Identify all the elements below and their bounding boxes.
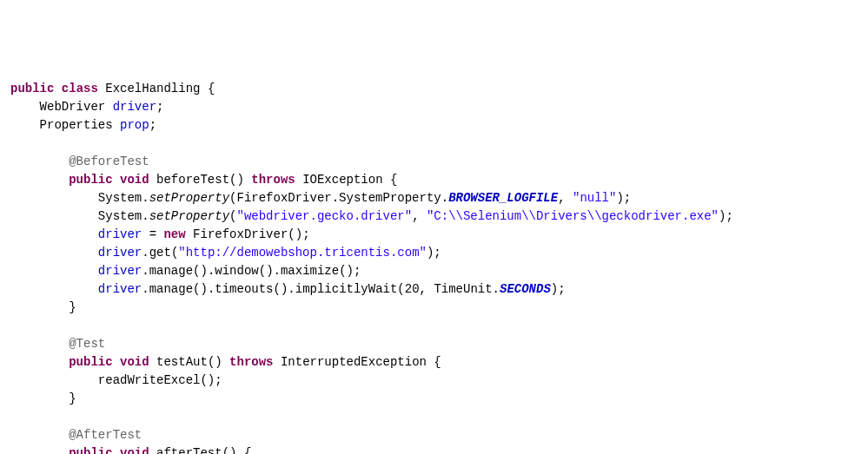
type-webdriver: WebDriver <box>40 100 106 114</box>
semicolon: ; <box>149 118 156 132</box>
method-testaut: testAut <box>156 355 208 369</box>
semicolon: ; <box>624 191 631 205</box>
string-gecko-path: "C:\\Selenium\\Drivers\\geckodriver.exe" <box>427 209 719 223</box>
method-setproperty: setProperty <box>149 191 229 205</box>
keyword-public: public <box>69 355 112 369</box>
keyword-void: void <box>120 355 149 369</box>
close-paren: ) <box>208 373 215 387</box>
keyword-throws: throws <box>229 355 273 369</box>
open-brace: { <box>208 82 215 95</box>
space <box>105 100 112 114</box>
field-prop: prop <box>120 118 149 132</box>
open-paren: ( <box>397 282 404 296</box>
string-null: "null" <box>573 191 616 205</box>
string-gecko-key: "webdriver.gecko.driver" <box>236 209 412 223</box>
space <box>113 446 120 454</box>
space <box>113 118 120 132</box>
type-system: System <box>98 209 142 223</box>
space <box>54 82 61 95</box>
dot: . <box>288 282 295 296</box>
space <box>237 446 244 454</box>
field-driver: driver <box>98 282 142 296</box>
space <box>149 173 156 187</box>
space <box>420 209 427 223</box>
close-brace: } <box>69 391 76 405</box>
keyword-public: public <box>69 446 112 454</box>
method-maximize: maximize <box>281 264 339 278</box>
keyword-void: void <box>120 446 149 454</box>
method-implicitlywait: implicitlyWait <box>295 282 398 296</box>
space <box>142 227 149 241</box>
method-readwriteexcel: readWriteExcel <box>98 373 201 387</box>
annotation-test: @Test <box>69 337 105 351</box>
space <box>113 173 120 187</box>
space <box>200 82 207 95</box>
space <box>98 82 105 95</box>
annotation-beforetest: @BeforeTest <box>69 155 149 168</box>
close-paren: ) <box>551 282 558 296</box>
space <box>222 355 229 369</box>
semicolon: ; <box>434 246 441 260</box>
method-window: window <box>215 264 258 278</box>
dot: . <box>142 246 149 260</box>
keyword-public: public <box>10 82 54 95</box>
method-manage: manage <box>149 264 193 278</box>
code-block: public class ExcelHandling { WebDriver d… <box>10 80 858 454</box>
keyword-new: new <box>163 227 185 241</box>
dot: . <box>441 191 448 205</box>
semicolon: ; <box>302 227 309 241</box>
close-brace: } <box>69 300 76 314</box>
space <box>383 173 390 187</box>
close-paren: ) <box>295 227 302 241</box>
field-driver: driver <box>98 264 142 278</box>
method-aftertest: afterTest <box>156 446 222 454</box>
dot: . <box>493 282 500 296</box>
dot: . <box>142 264 149 278</box>
semicolon: ; <box>726 209 732 223</box>
open-paren: ( <box>274 282 281 296</box>
open-brace: { <box>244 446 251 454</box>
semicolon: ; <box>215 373 222 387</box>
type-system: System <box>98 191 142 205</box>
method-timeouts: timeouts <box>215 282 273 296</box>
close-paren: ) <box>266 264 273 278</box>
dot: . <box>142 209 149 223</box>
method-beforetest: beforeTest <box>156 173 229 187</box>
const-seconds: SECONDS <box>500 282 551 296</box>
type-ioexception: IOException <box>302 173 382 187</box>
dot: . <box>274 264 281 278</box>
open-paren: ( <box>259 264 266 278</box>
keyword-throws: throws <box>251 173 295 187</box>
space <box>186 227 193 241</box>
keyword-void: void <box>120 173 149 187</box>
comma: , <box>420 282 427 296</box>
open-paren: ( <box>339 264 346 278</box>
open-brace: { <box>434 355 441 369</box>
space <box>149 446 156 454</box>
dot: . <box>332 191 339 205</box>
const-browser-logfile: BROWSER_LOGFILE <box>448 191 558 205</box>
space <box>149 355 156 369</box>
keyword-class: class <box>62 82 98 95</box>
semicolon: ; <box>354 264 361 278</box>
string-url: "http://demowebshop.tricentis.com" <box>178 246 427 260</box>
field-driver: driver <box>98 246 142 260</box>
equals: = <box>149 227 156 241</box>
keyword-public: public <box>69 173 112 187</box>
space <box>295 173 302 187</box>
class-name: ExcelHandling <box>105 82 200 95</box>
open-brace: { <box>390 173 397 187</box>
type-properties: Properties <box>40 118 113 132</box>
close-paren: ) <box>236 173 243 187</box>
annotation-aftertest: @AfterTest <box>69 428 142 442</box>
close-paren: ) <box>229 446 236 454</box>
open-paren: ( <box>288 227 295 241</box>
type-firefoxdriver: FirefoxDriver <box>236 191 331 205</box>
close-paren: ) <box>200 282 207 296</box>
field-driver: driver <box>98 227 142 241</box>
comma: , <box>558 191 565 205</box>
type-interruptedexception: InterruptedException <box>281 355 427 369</box>
type-timeunit: TimeUnit <box>434 282 492 296</box>
type-firefoxdriver: FirefoxDriver <box>193 227 288 241</box>
semicolon: ; <box>558 282 565 296</box>
